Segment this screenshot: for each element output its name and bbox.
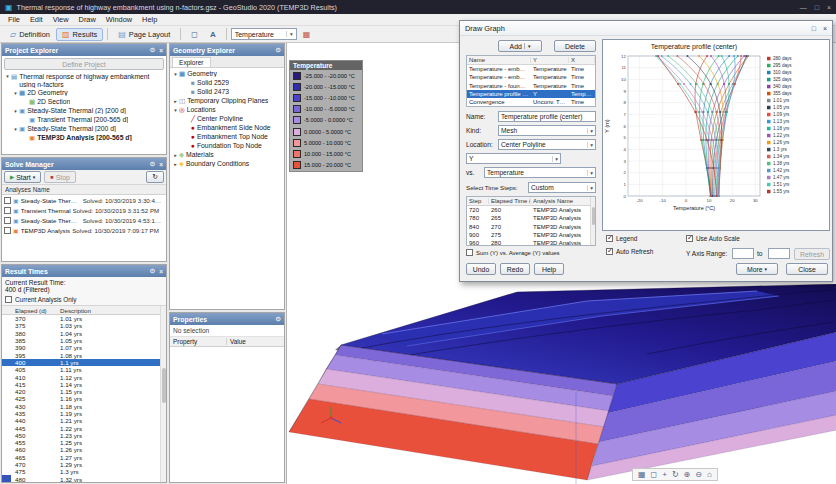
result-time-row[interactable]: 460 1.26 yrs <box>2 446 160 453</box>
analysis-row[interactable]: ▣ TEMP3D Analysis Solved: 10/30/2019 7:0… <box>2 225 166 235</box>
analysis-checkbox[interactable] <box>4 207 11 214</box>
result-times-header[interactable]: Result Times ⊙ × <box>2 265 166 277</box>
time-step-row[interactable]: 900 275 TEMP3D Analysis <box>467 231 590 239</box>
menu-view[interactable]: View <box>48 15 74 24</box>
tree-twisty-icon[interactable]: ▾ <box>172 71 179 77</box>
result-time-row[interactable]: 415 1.14 yrs <box>2 381 160 388</box>
zoom-out-icon[interactable]: ⊖ <box>695 470 702 479</box>
result-time-row[interactable]: 430 1.18 yrs <box>2 403 160 410</box>
tree-twisty-icon[interactable]: ▸ <box>172 161 179 167</box>
time-step-row[interactable]: 720 260 TEMP3D Analysis <box>467 206 590 214</box>
project-explorer-header[interactable]: Project Explorer ⊙ × <box>2 44 166 56</box>
more-button[interactable]: More ▾ <box>736 263 778 275</box>
graph-row[interactable]: Temperature profile (center) Y Temperatu… <box>467 90 595 98</box>
zoom-fit-icon[interactable]: ⌂ <box>707 470 712 479</box>
result-time-row[interactable]: 480 1.32 yrs <box>2 476 160 482</box>
result-times-table-header[interactable]: Elapsed (d) Description <box>2 306 166 315</box>
dialog-close-button[interactable]: × <box>823 25 827 32</box>
tree-twisty-icon[interactable]: ▾ <box>12 126 19 132</box>
tree-twisty-icon[interactable]: ▸ <box>172 152 179 158</box>
geometry-tree-item[interactable]: ■ Solid 2473 <box>170 87 284 96</box>
pan-icon[interactable]: + <box>662 470 667 479</box>
project-tree-item[interactable]: ▾ ▣ Steady-State Thermal [200 d] <box>2 124 166 133</box>
project-tree-item[interactable]: ▣ TEMP3D Analysis [200-565 d] <box>2 133 166 142</box>
dialog-maximize-button[interactable]: □ <box>812 25 816 32</box>
auto-refresh-checkbox[interactable] <box>606 248 613 255</box>
analysis-row[interactable]: ▣ Steady-State Thermal Solved: 10/30/201… <box>2 215 166 225</box>
solve-stop-button[interactable]: ■ Stop <box>44 171 76 183</box>
time-steps-scrollbar[interactable] <box>590 197 595 245</box>
zoom-tool-button[interactable]: ◻ <box>185 28 204 41</box>
step-column-header[interactable]: Step <box>467 198 489 204</box>
scrollbar-thumb[interactable] <box>592 207 595 225</box>
tree-twisty-icon[interactable]: ▾ <box>172 107 179 113</box>
results-view-button[interactable]: ▨ Results <box>56 28 103 41</box>
scrollbar-thumb[interactable] <box>162 368 166 403</box>
graph-row[interactable]: Temperature - foundation top Temperature… <box>467 82 595 90</box>
explorer-tab[interactable]: Explorer <box>172 57 211 67</box>
menu-edit[interactable]: Edit <box>25 15 48 24</box>
project-tree-item[interactable]: ▣ Transient Thermal [200-565 d] <box>2 115 166 124</box>
geometry-tree-item[interactable]: ● Embankment Side Node <box>170 123 284 132</box>
kind-select[interactable]: Mesh ▾ <box>498 125 596 136</box>
tree-twisty-icon[interactable]: ▸ <box>172 98 179 104</box>
geometry-tree-item[interactable]: ▸ ◫ Temporary Clipping Planes <box>170 96 284 105</box>
help-button[interactable]: Help <box>534 263 564 275</box>
graph-row[interactable]: Temperature - embankment top Temperature… <box>467 73 595 81</box>
undo-button[interactable]: Undo <box>466 263 496 275</box>
label-tool-button[interactable]: A <box>204 28 222 41</box>
time-steps-select[interactable]: Custom ▾ <box>528 182 596 193</box>
refresh-graph-button[interactable]: Refresh <box>794 248 830 260</box>
graph-row[interactable]: Temperature - embankment side Temperatur… <box>467 65 595 73</box>
define-project-button[interactable]: Define Project <box>4 58 164 70</box>
delete-graph-button[interactable]: Delete <box>554 40 596 52</box>
geometry-tree-item[interactable]: ■ Solid 2529 <box>170 78 284 87</box>
project-tree-item[interactable]: ▾ ▦ 2D Geometry <box>2 88 166 97</box>
draw-contours-button[interactable]: ▦ <box>297 28 317 41</box>
result-time-row[interactable]: 465 1.27 yrs <box>2 454 160 461</box>
zoom-window-icon[interactable]: ◻ <box>651 470 658 479</box>
name-column-header[interactable]: Name <box>467 57 531 63</box>
analysis-row[interactable]: ▣ Transient Thermal Solved: 10/30/2019 3… <box>2 205 166 215</box>
close-button[interactable]: × <box>827 4 831 11</box>
result-time-row[interactable]: 375 1.03 yrs <box>2 322 160 329</box>
close-panel-icon[interactable]: × <box>159 47 163 54</box>
solve-list-column-header[interactable]: Analyses Name <box>2 185 166 195</box>
property-column-header[interactable]: Property <box>170 338 227 345</box>
elapsed-column-header[interactable]: Elapsed Time (d) <box>489 198 531 204</box>
tree-twisty-icon[interactable]: ▾ <box>12 108 19 114</box>
solve-start-button[interactable]: ▶ Start ▾ <box>4 171 41 183</box>
project-tree-item[interactable]: ▦ 2D Section <box>2 97 166 106</box>
x-column-header[interactable]: X <box>569 57 595 63</box>
result-time-row[interactable]: 385 1.05 yrs <box>2 337 160 344</box>
result-time-row[interactable]: 390 1.07 yrs <box>2 344 160 351</box>
close-panel-icon[interactable]: × <box>159 161 163 168</box>
x-data-select[interactable]: Temperature ▾ <box>484 167 596 178</box>
pin-icon[interactable]: ⊙ <box>150 160 155 168</box>
result-time-row[interactable]: 450 1.23 yrs <box>2 432 160 439</box>
zoom-in-icon[interactable]: ⊕ <box>684 470 691 479</box>
result-time-row[interactable]: 370 1.01 yrs <box>2 315 160 322</box>
definition-view-button[interactable]: ▱ Definition <box>4 28 56 41</box>
auto-scale-checkbox[interactable] <box>686 235 693 242</box>
location-select[interactable]: Center Polyline ▾ <box>498 139 596 150</box>
minimize-button[interactable]: — <box>800 4 807 11</box>
redo-button[interactable]: Redo <box>500 263 530 275</box>
result-time-row[interactable]: 445 1.22 yrs <box>2 424 160 431</box>
menu-draw[interactable]: Draw <box>74 15 101 24</box>
result-time-row[interactable]: 440 1.21 yrs <box>2 417 160 424</box>
graph-row[interactable]: Convergence Unconv. Temp. Time <box>467 98 595 106</box>
result-time-row[interactable]: 455 1.25 yrs <box>2 439 160 446</box>
y-axis-min-input[interactable] <box>732 248 754 259</box>
maximize-button[interactable]: □ <box>815 4 819 11</box>
geometry-tree-item[interactable]: ▾ ▦ Geometry <box>170 69 284 78</box>
result-time-row[interactable]: 475 1.3 yrs <box>2 468 160 475</box>
result-times-scrollbar[interactable] <box>160 306 166 482</box>
y-data-select[interactable]: Y ▾ <box>466 153 561 164</box>
menu-window[interactable]: Window <box>101 15 137 24</box>
result-time-row[interactable]: 395 1.08 yrs <box>2 351 160 358</box>
add-graph-button[interactable]: Add ▾ <box>498 40 542 52</box>
contour-select[interactable]: Temperature ▾ <box>231 28 297 40</box>
geometry-tree-item[interactable]: ╱ Center Polyline <box>170 114 284 123</box>
result-time-row[interactable]: 435 1.19 yrs <box>2 410 160 417</box>
